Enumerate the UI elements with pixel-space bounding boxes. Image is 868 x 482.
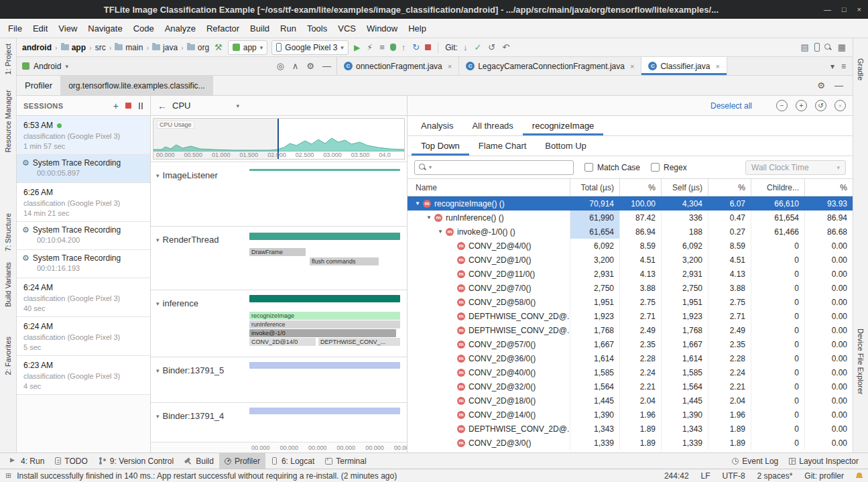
device-select[interactable]: Google Pixel 3 ▾ — [271, 40, 349, 55]
ide-layout-icon[interactable]: ▦ — [836, 42, 847, 52]
notification-bell-icon[interactable] — [856, 473, 863, 479]
tool-stripe-1-project[interactable]: 1: Project — [4, 44, 12, 74]
toolwindow-4-run[interactable]: 4: Run — [4, 453, 50, 469]
search-everywhere-icon[interactable] — [824, 43, 832, 52]
close-button[interactable]: × — [857, 5, 861, 13]
toolwindow-build[interactable]: Build — [179, 453, 219, 469]
table-row[interactable]: mCONV_2D@58/0()1,9512.751,9512.7500.00 — [408, 295, 853, 309]
match-case-checkbox[interactable]: Match Case — [584, 163, 640, 172]
menu-item-help[interactable]: Help — [403, 23, 432, 34]
status-item-lf[interactable]: LF — [701, 471, 710, 481]
table-row[interactable]: mCONV_2D@14/0()1,3901.961,3901.9600.00 — [408, 408, 853, 422]
trace-event-bar[interactable]: invoke@-1/0 — [249, 329, 396, 337]
tool-stripe-gradle[interactable]: Gradle — [857, 58, 865, 80]
apply-changes-icon[interactable]: ⚡ — [365, 42, 374, 52]
menu-item-navigate[interactable]: Navigate — [82, 23, 127, 34]
collapse-thread-icon[interactable]: ▾ — [156, 300, 160, 307]
tool-stripe-2-favorites[interactable]: 2: Favorites — [4, 337, 12, 375]
stop-session-icon[interactable] — [125, 103, 131, 109]
locate-file-icon[interactable]: ◎ — [276, 61, 284, 71]
collapse-thread-icon[interactable]: ▾ — [156, 237, 160, 243]
tree-expanded-icon[interactable]: ▼ — [436, 229, 445, 235]
thread-section-renderthread[interactable]: ▾ RenderThread DrawFrame flush commands — [151, 226, 407, 290]
menu-item-file[interactable]: File — [3, 23, 27, 34]
menu-item-refactor[interactable]: Refactor — [201, 23, 245, 34]
toolwindow-6-logcat[interactable]: 6: Logcat — [265, 453, 320, 469]
session-item[interactable]: 6:53 AMclassification (Google Pixel 3)1 … — [17, 116, 150, 155]
reset-zoom-icon[interactable]: ↺ — [815, 100, 826, 111]
menu-item-edit[interactable]: Edit — [27, 23, 53, 34]
column-header-total-s[interactable]: Total (µs) — [570, 179, 619, 196]
hide-panel-icon[interactable]: — — [834, 80, 843, 91]
profile-button[interactable]: ↻ — [411, 42, 421, 52]
thread-section-binder5[interactable]: ▾ Binder:13791_5 — [151, 357, 407, 402]
avd-manager-icon[interactable] — [814, 43, 820, 52]
status-item-git-profiler[interactable]: Git: profiler — [804, 471, 844, 481]
close-tab-icon[interactable]: × — [448, 62, 452, 70]
tool-stripe-resource-manager[interactable]: Resource Manager — [4, 90, 12, 153]
table-row[interactable]: mCONV_2D@1/0()3,2004.513,2004.5100.00 — [408, 253, 853, 267]
toolwindow-event-log[interactable]: Event Log — [727, 453, 784, 469]
pause-session-icon[interactable] — [138, 103, 143, 109]
minimize-button[interactable]: — — [824, 5, 831, 13]
breadcrumb-item-main[interactable]: main — [115, 43, 143, 52]
clock-mode-select[interactable]: Wall Clock Time ▾ — [745, 160, 846, 175]
toolwindow-grid-icon[interactable]: ⊞ — [5, 471, 11, 480]
search-input[interactable]: ▾ — [414, 160, 574, 175]
table-row[interactable]: mCONV_2D@3/0()1,3391.891,3391.8900.00 — [408, 436, 853, 450]
toolwindow-9-version-control[interactable]: 9: Version Control — [93, 453, 179, 469]
editor-tab-onnectionfragment-java[interactable]: ConnectionFragment.java× — [337, 57, 459, 75]
trace-event-bar[interactable]: flush commands — [310, 257, 379, 265]
table-row[interactable]: mCONV_2D@11/0()2,9314.132,9314.1300.00 — [408, 267, 853, 281]
attach-debugger-icon[interactable]: ↑ — [400, 42, 408, 52]
close-tab-icon[interactable]: × — [715, 62, 719, 70]
table-row[interactable]: mDEPTHWISE_CONV_2D@...1,3431.891,3431.89… — [408, 422, 853, 436]
column-header-name[interactable]: Name — [408, 179, 570, 196]
cpu-selector[interactable]: CPU — [172, 101, 190, 111]
toolwindow-terminal[interactable]: Terminal — [320, 453, 371, 469]
table-row[interactable]: mCONV_2D@18/0()1,4452.041,4452.0400.00 — [408, 394, 853, 408]
thread-section-inference[interactable]: ▾ inference recognizeImage runInference … — [151, 290, 407, 357]
maximize-button[interactable]: □ — [842, 5, 847, 13]
trace-event-bar[interactable]: DEPTHWISE_CONV_... — [318, 338, 400, 346]
gear-icon[interactable]: ⚙ — [817, 80, 825, 91]
collapse-thread-icon[interactable]: ▾ — [156, 172, 160, 179]
subtab-flame-chart[interactable]: Flame Chart — [469, 136, 536, 156]
project-view-selector[interactable]: Android — [34, 62, 61, 71]
profiler-session-tab[interactable]: org.tensorflow.lite.examples.classific..… — [60, 76, 212, 95]
subtab-bottom-up[interactable]: Bottom Up — [536, 136, 595, 156]
editor-tab-classifier-java[interactable]: CClassifier.java× — [641, 57, 727, 75]
sdk-manager-icon[interactable]: ▤ — [799, 42, 810, 52]
run-config-select[interactable]: app ▾ — [228, 40, 268, 55]
column-header-childre[interactable]: Childre... — [751, 179, 804, 196]
menu-item-run[interactable]: Run — [275, 23, 302, 34]
column-header-[interactable]: % — [804, 179, 853, 196]
thread-section-binder4[interactable]: ▾ Binder:13791_4 — [151, 402, 407, 442]
column-header-[interactable]: % — [619, 179, 661, 196]
trace-item[interactable]: ⚙System Trace Recording00:10:04.200 — [17, 222, 150, 250]
menu-item-vcs[interactable]: VCS — [332, 23, 361, 34]
regex-checkbox[interactable]: Regex — [651, 163, 687, 172]
thread-section-imagelistener[interactable]: ▾ ImageListener — [151, 162, 407, 226]
update-project-icon[interactable]: ↓ — [462, 42, 469, 52]
menu-item-window[interactable]: Window — [361, 23, 403, 34]
editor-options-icon[interactable]: ≡ — [841, 62, 846, 71]
wrench-icon[interactable]: ⚒ — [213, 42, 224, 52]
table-row[interactable]: mCONV_2D@7/0()2,7503.882,7503.8800.00 — [408, 281, 853, 295]
zoom-to-selection-icon[interactable]: ▫ — [834, 100, 846, 111]
history-icon[interactable]: ↺ — [487, 42, 497, 52]
menu-item-code[interactable]: Code — [128, 23, 160, 34]
tool-stripe-7-structure[interactable]: 7: Structure — [4, 213, 12, 251]
close-tab-icon[interactable]: × — [630, 62, 634, 70]
tab-analysis[interactable]: Analysis — [412, 116, 462, 135]
status-item-utf-8[interactable]: UTF-8 — [723, 471, 745, 481]
trace-event-bar[interactable]: recognizeImage — [249, 312, 400, 320]
trace-event-bar[interactable]: DrawFrame — [249, 248, 306, 256]
column-header-[interactable]: % — [708, 179, 751, 196]
table-row[interactable]: mDEPTHWISE_CONV_2D@...1,9232.711,9232.71… — [408, 309, 853, 323]
table-row[interactable]: mCONV_2D@40/0()1,5852.241,5852.2400.00 — [408, 365, 853, 379]
gear-icon[interactable]: ⚙ — [306, 61, 314, 71]
title-bar[interactable]: TFLite Image Classification Example [~/o… — [0, 0, 868, 19]
trace-event-bar[interactable]: CONV_2D@14/0 — [249, 338, 316, 346]
tree-expanded-icon[interactable]: ▼ — [413, 200, 422, 206]
